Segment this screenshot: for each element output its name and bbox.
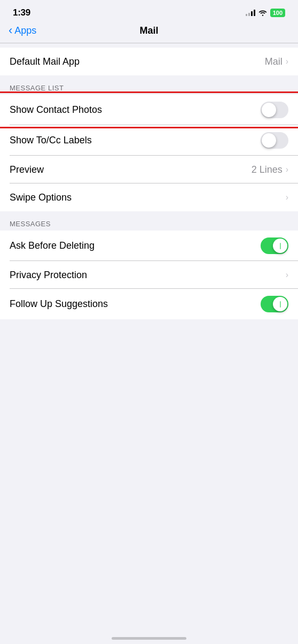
follow-up-suggestions-label: Follow Up Suggestions (10, 298, 108, 310)
follow-up-suggestions-toggle[interactable] (261, 296, 288, 312)
gap-message-list: MESSAGE LIST (0, 75, 298, 95)
chevron-right-icon: › (286, 165, 288, 174)
show-tocc-labels-label: Show To/Cc Labels (10, 135, 92, 146)
show-contact-photos-toggle[interactable] (261, 102, 288, 118)
status-time: 1:39 (13, 7, 30, 18)
show-contact-photos-row[interactable]: Show Contact Photos (0, 95, 298, 125)
chevron-right-icon: › (286, 193, 288, 202)
show-tocc-labels-toggle[interactable] (261, 132, 288, 149)
preview-value-text: 2 Lines (252, 164, 283, 175)
signal-icon (246, 10, 255, 16)
ask-before-deleting-toggle[interactable] (261, 237, 288, 254)
default-mail-app-value-text: Mail (265, 56, 283, 67)
default-mail-app-value: Mail › (265, 56, 288, 67)
show-tocc-labels-row[interactable]: Show To/Cc Labels (0, 125, 298, 156)
chevron-right-icon: › (286, 270, 288, 280)
nav-bar: ‹ Apps Mail (0, 20, 298, 43)
gap-top (0, 43, 298, 48)
toggle-knob (273, 239, 287, 253)
page-title: Mail (139, 25, 158, 36)
preview-row[interactable]: Preview 2 Lines › (0, 156, 298, 183)
battery-indicator: 100 (270, 9, 285, 17)
show-contact-photos-label: Show Contact Photos (10, 104, 102, 116)
default-mail-section: Default Mail App Mail › (0, 48, 298, 75)
messages-section: Ask Before Deleting Privacy Protection ›… (0, 231, 298, 319)
follow-up-suggestions-row[interactable]: Follow Up Suggestions (0, 289, 298, 319)
privacy-protection-row[interactable]: Privacy Protection › (0, 261, 298, 289)
ask-before-deleting-row[interactable]: Ask Before Deleting (0, 231, 298, 261)
swipe-options-chevron: › (286, 193, 288, 202)
default-mail-app-row[interactable]: Default Mail App Mail › (0, 48, 298, 75)
privacy-protection-chevron: › (286, 270, 288, 280)
preview-label: Preview (10, 164, 44, 175)
ask-before-deleting-label: Ask Before Deleting (10, 240, 95, 251)
toggle-knob (262, 103, 276, 117)
home-indicator (112, 637, 186, 640)
back-label: Apps (14, 25, 36, 36)
swipe-options-label: Swipe Options (10, 192, 72, 203)
gap-messages: MESSAGES (0, 211, 298, 231)
status-icons: 100 (246, 9, 285, 17)
status-bar: 1:39 100 (0, 0, 298, 20)
back-button[interactable]: ‹ Apps (9, 25, 36, 36)
chevron-right-icon: › (286, 57, 288, 66)
messages-header: MESSAGES (0, 211, 298, 232)
preview-value: 2 Lines › (252, 164, 288, 175)
back-chevron-icon: ‹ (9, 25, 12, 36)
toggle-knob (262, 133, 276, 148)
privacy-protection-label: Privacy Protection (10, 270, 87, 281)
toggle-knob (273, 297, 287, 311)
message-list-section: Show Contact Photos Show To/Cc Labels Pr… (0, 95, 298, 211)
message-list-header: MESSAGE LIST (0, 75, 298, 96)
battery-level: 100 (270, 9, 285, 17)
swipe-options-row[interactable]: Swipe Options › (0, 183, 298, 211)
default-mail-app-label: Default Mail App (10, 56, 80, 67)
wifi-icon (258, 10, 267, 16)
